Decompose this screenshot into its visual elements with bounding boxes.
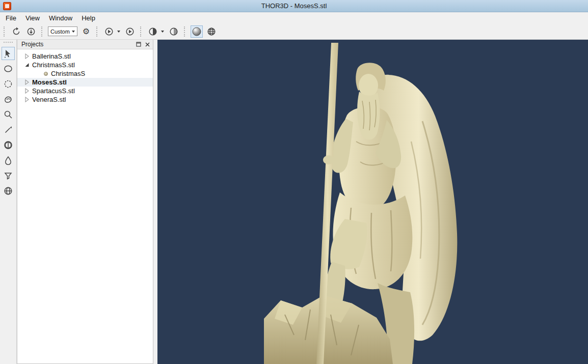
tree-item-label: MosesS.stl bbox=[32, 78, 67, 86]
gear-icon: ⚙ bbox=[83, 27, 90, 36]
brush-tool[interactable] bbox=[2, 123, 15, 136]
tree-item-ballerina[interactable]: BallerinaS.stl bbox=[17, 52, 153, 61]
funnel-icon bbox=[4, 171, 13, 180]
play-button[interactable] bbox=[103, 25, 115, 38]
tree-item-label: VeneraS.stl bbox=[32, 96, 66, 103]
chevron-down-icon bbox=[161, 31, 164, 33]
dashed-circle-icon bbox=[4, 79, 13, 89]
tree-item-label: BallerinaS.stl bbox=[32, 52, 71, 60]
expand-arrow-icon[interactable] bbox=[24, 97, 30, 102]
mesh-ball-icon bbox=[44, 72, 48, 76]
close-panel-button[interactable] bbox=[144, 41, 151, 48]
projects-panel-header[interactable]: Projects bbox=[17, 40, 153, 49]
deform-blob-icon bbox=[4, 95, 13, 104]
zoom-region-tool[interactable] bbox=[2, 108, 15, 121]
cursor-arrow-icon bbox=[4, 49, 13, 58]
shaded-sphere-icon bbox=[192, 26, 202, 37]
tree-item-spartacus[interactable]: SpartacusS.stl bbox=[17, 87, 153, 95]
main-toolbar: Custom ⚙ bbox=[0, 23, 588, 40]
window-title: THOR3D - MosesS.stl bbox=[0, 2, 588, 10]
pen-icon bbox=[4, 125, 13, 134]
toolbar-grip[interactable] bbox=[96, 26, 99, 37]
chevron-down-icon bbox=[117, 31, 120, 33]
tree-item-christmas-mesh[interactable]: ChristmasS bbox=[17, 69, 153, 78]
tool-palette bbox=[0, 40, 17, 364]
shading-mode-button[interactable] bbox=[147, 25, 159, 38]
import-button[interactable] bbox=[25, 25, 37, 38]
cut-filter-tool[interactable] bbox=[2, 169, 15, 182]
toolbar-grip[interactable] bbox=[184, 26, 186, 37]
ellipse-icon bbox=[4, 64, 13, 73]
faceted-sphere-icon bbox=[4, 141, 13, 150]
shading-mode-alt-button[interactable] bbox=[168, 25, 180, 38]
viewport-3d[interactable] bbox=[157, 40, 588, 364]
menu-view[interactable]: View bbox=[21, 13, 44, 23]
menu-window[interactable]: Window bbox=[44, 13, 77, 23]
float-window-icon bbox=[136, 42, 141, 47]
settings-button[interactable]: ⚙ bbox=[80, 25, 92, 38]
wireframe-globe-icon bbox=[207, 27, 216, 36]
ellipse-selection-tool[interactable] bbox=[2, 62, 15, 75]
globe-icon bbox=[4, 186, 13, 195]
tree-item-label: ChristmasS bbox=[51, 70, 85, 77]
download-circle-icon bbox=[26, 27, 36, 36]
toolbar-grip[interactable] bbox=[41, 26, 44, 37]
projects-panel: Projects BallerinaS.stl bbox=[17, 40, 153, 364]
model-moses-statue[interactable] bbox=[157, 40, 588, 364]
freeform-deform-tool[interactable] bbox=[2, 93, 15, 106]
wireframe-view-button[interactable] bbox=[205, 25, 218, 38]
menu-file[interactable]: File bbox=[1, 13, 21, 23]
magnifier-icon bbox=[4, 110, 13, 119]
app-icon bbox=[3, 2, 11, 10]
lasso-selection-tool[interactable] bbox=[2, 77, 15, 91]
tree-item-label: SpartacusS.stl bbox=[32, 87, 75, 95]
refresh-circle-icon bbox=[12, 27, 21, 36]
scan-mode-value: Custom bbox=[50, 29, 70, 35]
palette-grip[interactable] bbox=[4, 42, 13, 44]
play-circle-icon bbox=[104, 27, 114, 36]
expand-arrow-icon[interactable] bbox=[24, 79, 30, 85]
panel-splitter[interactable] bbox=[153, 40, 157, 364]
menu-help[interactable]: Help bbox=[77, 13, 100, 23]
play-alt-button[interactable] bbox=[124, 25, 136, 38]
chevron-down-icon bbox=[72, 31, 75, 33]
projects-tree: BallerinaS.stl ChristmasS.stl ChristmasS… bbox=[17, 49, 153, 363]
play-dropdown-button[interactable] bbox=[116, 25, 121, 38]
tree-item-venera[interactable]: VeneraS.stl bbox=[17, 95, 153, 104]
shading-dropdown-button[interactable] bbox=[159, 25, 165, 38]
toolbar-grip[interactable] bbox=[4, 26, 6, 37]
panel-title: Projects bbox=[21, 41, 133, 48]
expand-arrow-icon[interactable] bbox=[24, 53, 30, 59]
globe-view-tool[interactable] bbox=[2, 184, 15, 198]
scan-mode-dropdown[interactable]: Custom bbox=[48, 26, 77, 36]
tree-item-label: ChristmasS.stl bbox=[32, 61, 75, 69]
fill-droplet-tool[interactable] bbox=[2, 154, 15, 167]
mesh-sphere-tool[interactable] bbox=[2, 138, 15, 152]
droplet-icon bbox=[4, 156, 13, 165]
shaded-view-button[interactable] bbox=[191, 25, 203, 38]
contrast-circle-icon bbox=[148, 27, 157, 36]
tree-item-christmas[interactable]: ChristmasS.stl bbox=[17, 61, 153, 69]
menubar: File View Window Help bbox=[0, 12, 588, 23]
main-area: Projects BallerinaS.stl bbox=[0, 40, 588, 364]
select-tool[interactable] bbox=[2, 47, 15, 60]
titlebar[interactable]: THOR3D - MosesS.stl bbox=[0, 0, 588, 12]
expand-arrow-icon[interactable] bbox=[24, 88, 30, 94]
reset-view-button[interactable] bbox=[10, 25, 22, 38]
toolbar-grip[interactable] bbox=[140, 26, 143, 37]
tree-item-moses[interactable]: MosesS.stl bbox=[17, 78, 153, 87]
float-panel-button[interactable] bbox=[135, 41, 142, 48]
collapse-arrow-icon[interactable] bbox=[24, 62, 30, 68]
contrast-circle-icon bbox=[169, 27, 178, 36]
close-icon bbox=[145, 42, 150, 47]
play-circle-icon bbox=[125, 27, 135, 36]
